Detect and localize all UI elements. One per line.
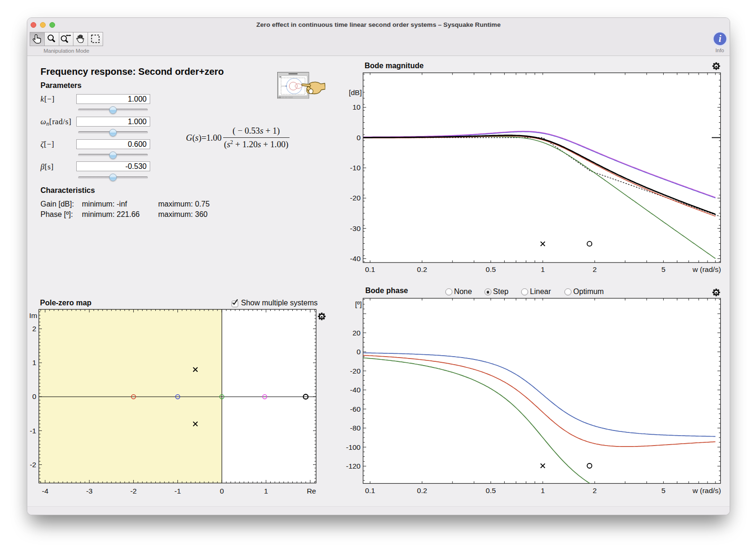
svg-text:[º]: [º]	[355, 300, 362, 308]
svg-text:1: 1	[264, 487, 268, 495]
svg-text:0: 0	[356, 134, 361, 142]
svg-text:0: 0	[220, 487, 224, 495]
svg-text:0: 0	[32, 392, 36, 400]
svg-text:0.2: 0.2	[417, 486, 427, 494]
svg-text:-2: -2	[30, 461, 36, 469]
svg-text:w (rad/s): w (rad/s)	[692, 265, 721, 273]
svg-text:Re: Re	[307, 487, 316, 495]
svg-text:-100: -100	[346, 443, 361, 451]
svg-text:-120: -120	[346, 462, 361, 470]
svg-text:0.2: 0.2	[417, 265, 427, 273]
svg-text:-40: -40	[350, 386, 361, 394]
svg-text:20: 20	[353, 329, 361, 337]
svg-text:1: 1	[541, 486, 545, 494]
svg-text:-30: -30	[350, 224, 361, 232]
svg-text:0.1: 0.1	[365, 486, 375, 494]
svg-text:-10: -10	[350, 164, 361, 172]
svg-text:10: 10	[353, 103, 361, 111]
svg-text:-4: -4	[42, 487, 48, 495]
svg-text:-20: -20	[350, 194, 361, 202]
svg-text:Im: Im	[29, 311, 37, 319]
svg-text:5: 5	[661, 486, 666, 494]
svg-text:0.5: 0.5	[486, 486, 496, 494]
svg-text:5: 5	[661, 265, 666, 273]
svg-text:0.1: 0.1	[365, 265, 375, 273]
svg-text:1: 1	[541, 265, 545, 273]
svg-text:0.5: 0.5	[486, 265, 496, 273]
svg-text:-1: -1	[30, 427, 36, 435]
svg-text:1: 1	[32, 359, 36, 367]
svg-text:w (rad/s): w (rad/s)	[692, 486, 721, 494]
svg-text:2: 2	[593, 486, 597, 494]
svg-text:2: 2	[32, 325, 36, 333]
svg-text:-2: -2	[130, 487, 137, 495]
svg-text:-20: -20	[350, 367, 361, 375]
svg-text:-40: -40	[350, 255, 361, 263]
svg-text:-80: -80	[350, 424, 361, 432]
svg-text:2: 2	[593, 265, 597, 273]
svg-text:-1: -1	[175, 487, 181, 495]
svg-text:0: 0	[356, 348, 361, 356]
svg-text:[dB]: [dB]	[349, 88, 362, 96]
svg-text:-3: -3	[86, 487, 93, 495]
svg-text:-60: -60	[350, 405, 361, 413]
